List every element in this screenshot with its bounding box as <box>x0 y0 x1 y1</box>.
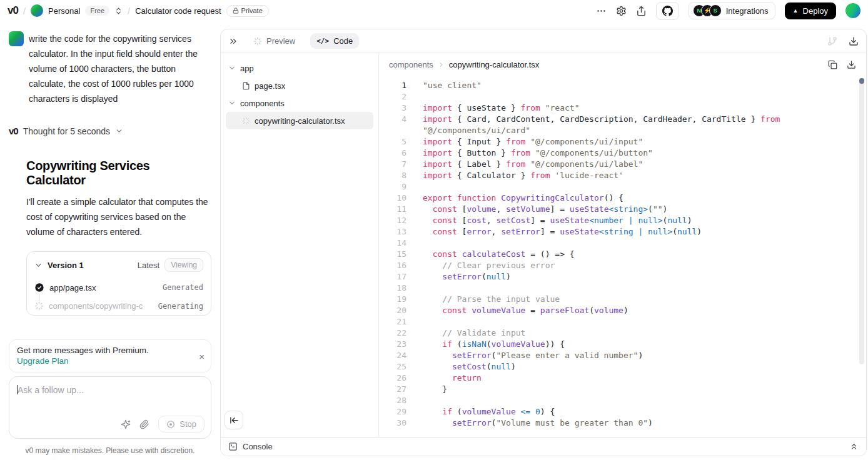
latest-label: Latest <box>138 261 159 270</box>
download-icon[interactable] <box>847 60 856 69</box>
gear-icon <box>616 6 627 16</box>
copy-icon[interactable] <box>828 60 837 69</box>
spinner-icon <box>34 301 44 311</box>
chevron-down-icon <box>115 127 123 135</box>
followup-input[interactable]: Ask a follow up... Stop <box>9 376 211 439</box>
code-line: 24 setError("Please enter a valid number… <box>379 350 866 361</box>
code-line: 6import { Button } from "@/components/ui… <box>379 148 866 159</box>
code-line: 26 return <box>379 372 866 384</box>
v0-icon: v0 <box>9 126 18 136</box>
code-editor[interactable]: 1"use client"23import { useState } from … <box>379 76 866 437</box>
upgrade-plan-link[interactable]: Upgrade Plan <box>17 356 69 366</box>
code-line: 11 const [volume, setVolume] = useState<… <box>379 204 866 215</box>
chevrons-up-icon[interactable] <box>849 442 859 451</box>
code-line: 12 const [cost, setCost] = useState<numb… <box>379 215 866 226</box>
chevrons-right-icon[interactable] <box>228 36 238 46</box>
viewing-button[interactable]: Viewing <box>164 258 203 272</box>
chevron-down-icon <box>228 64 236 72</box>
spinner-icon <box>242 117 250 125</box>
version-header[interactable]: Version 1 Latest Viewing <box>27 252 211 278</box>
share-icon <box>636 6 647 16</box>
code-line: 2 <box>379 91 866 102</box>
code-line: 5import { Input } from "@/components/ui/… <box>379 136 866 148</box>
integrations-label: Integrations <box>726 6 769 16</box>
response-description: I'll create a simple calculator that com… <box>26 194 211 239</box>
code-line: 16 // Clear previous error <box>379 260 866 271</box>
code-lines: 1"use client"23import { useState } from … <box>379 80 866 429</box>
code-line: 10export function CopywritingCalculator(… <box>379 192 866 204</box>
avatar[interactable] <box>845 3 860 18</box>
thought-toggle[interactable]: v0 Thought for 5 seconds <box>9 126 211 136</box>
stop-button[interactable]: Stop <box>158 416 204 432</box>
v0-logo: v0 <box>8 4 18 17</box>
stop-circle-icon <box>166 420 175 429</box>
breadcrumb-folder: components <box>389 60 433 69</box>
github-icon <box>662 6 673 16</box>
share-button[interactable] <box>636 6 647 16</box>
file-name: app/page.tsx <box>49 283 96 292</box>
code-line: 4import { Card, CardContent, CardDescrip… <box>379 114 866 136</box>
code-line: 9 <box>379 181 866 192</box>
lock-icon <box>233 8 239 14</box>
tree-folder-app[interactable]: app <box>226 59 373 77</box>
code-line: 18 <box>379 282 866 294</box>
scrollbar-thumb[interactable] <box>859 78 864 84</box>
code-line: 22 // Validate input <box>379 328 866 339</box>
more-options-button[interactable] <box>596 6 607 16</box>
code-line: 7import { Label } from "@/components/ui/… <box>379 159 866 170</box>
tree-folder-components[interactable]: components <box>226 94 373 112</box>
tab-preview[interactable]: Preview <box>247 33 301 49</box>
premium-banner: Get more messages with Premium. Upgrade … <box>9 339 211 372</box>
git-branch-icon[interactable] <box>827 36 837 46</box>
code-line: 17 setError(null) <box>379 271 866 282</box>
code-icon: </> <box>316 37 329 45</box>
tab-code[interactable]: </> Code <box>310 33 359 49</box>
spinner-icon <box>253 37 262 46</box>
file-icon <box>242 82 250 90</box>
chevron-down-icon <box>34 261 43 269</box>
version-file-row[interactable]: components/copywriting-calculator.tsx Ge… <box>27 297 211 315</box>
close-icon[interactable]: × <box>199 351 204 361</box>
tree-file-copywriting-calculator[interactable]: copywriting-calculator.tsx <box>226 112 373 129</box>
paperclip-icon[interactable] <box>139 419 149 429</box>
user-avatar <box>9 31 24 46</box>
response-title: Copywriting Services Calculator <box>9 159 211 188</box>
code-line: 15 const calculateCost = () => { <box>379 249 866 260</box>
thought-label: Thought for 5 seconds <box>23 126 110 136</box>
settings-button[interactable] <box>616 6 627 16</box>
user-message: write the code for the copywriting servi… <box>9 31 211 106</box>
github-button[interactable] <box>656 2 679 20</box>
code-line: 1"use client" <box>379 80 866 91</box>
deploy-button[interactable]: ▲ Deploy <box>785 2 836 19</box>
collapse-sidebar-button[interactable] <box>225 411 243 429</box>
chat-panel: write the code for the copywriting servi… <box>0 21 220 460</box>
code-line: 25 setCost(null) <box>379 361 866 372</box>
breadcrumb: components copywriting-calculator.tsx <box>379 53 866 76</box>
code-line: 3import { useState } from "react" <box>379 102 866 114</box>
download-icon[interactable] <box>849 36 859 46</box>
team-switcher-icon[interactable] <box>114 7 123 15</box>
chevron-right-icon <box>438 61 445 68</box>
user-message-text: write the code for the copywriting servi… <box>29 31 211 106</box>
console-bar[interactable]: Console <box>221 437 866 456</box>
sparkles-icon[interactable] <box>121 419 131 429</box>
integrations-button[interactable]: N ⚡ S Integrations <box>689 2 775 19</box>
code-line: 14 <box>379 238 866 249</box>
scrollbar-track <box>859 78 864 364</box>
arrow-left-to-line-icon <box>230 416 239 425</box>
ellipsis-icon <box>596 6 607 16</box>
breadcrumb-file: copywriting-calculator.tsx <box>449 60 540 69</box>
code-line: 8import { Calculator } from 'lucide-reac… <box>379 170 866 181</box>
project-name[interactable]: Calculator code request <box>135 6 221 16</box>
code-line: 27 } <box>379 384 866 395</box>
team-name[interactable]: Personal <box>48 6 80 16</box>
version-file-row[interactable]: app/page.tsx Generated <box>27 278 211 297</box>
integration-logos: N ⚡ S <box>693 4 722 17</box>
code-line: 23 if (isNaN(volumeValue)) { <box>379 339 866 350</box>
disclaimer-text: v0 may make mistakes. Please use with di… <box>9 446 211 455</box>
code-line: 30 setError("Volume must be greater than… <box>379 418 866 429</box>
assistant-response: Copywriting Services Calculator I'll cre… <box>9 136 211 239</box>
tree-file-page[interactable]: page.tsx <box>226 77 373 94</box>
version-card: Version 1 Latest Viewing app/page.tsx Ge… <box>26 251 211 316</box>
file-status: Generated <box>163 283 203 292</box>
